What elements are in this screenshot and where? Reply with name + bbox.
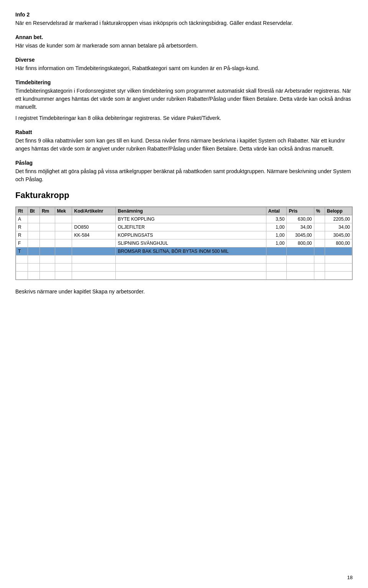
empty-cell <box>287 256 314 264</box>
col-rt: Rt <box>16 207 28 215</box>
cell-mek <box>55 215 72 223</box>
empty-cell <box>325 264 352 272</box>
info2-title: Info 2 <box>15 11 353 18</box>
table-row: TBROMSAR BAK SLITNA, BÖR BYTAS INOM 500 … <box>16 247 352 256</box>
diverse-body: Här finns information om Timdebiteringsk… <box>15 64 353 72</box>
footer-section: Beskrivs närmare under kapitlet Skapa ny… <box>15 288 353 296</box>
table-row: ABYTE KOPPLING3,50630,002205,00 <box>16 215 352 223</box>
cell-pris: 800,00 <box>287 239 314 247</box>
annan-bet-body: Här visas de kunder som är markerade som… <box>15 42 353 50</box>
empty-cell <box>16 272 28 280</box>
col-bt: Bt <box>28 207 39 215</box>
cell-rm <box>39 223 55 231</box>
cell-benamning: BROMSAR BAK SLITNA, BÖR BYTAS INOM 500 M… <box>116 247 266 256</box>
empty-cell <box>55 256 72 264</box>
paslag-title: Påslag <box>15 160 353 166</box>
cell-benamning: KOPPLINGSATS <box>116 231 266 239</box>
empty-cell <box>72 256 116 264</box>
cell-bt <box>28 239 39 247</box>
col-benamning: Benämning <box>116 207 266 215</box>
empty-cell <box>116 264 266 272</box>
cell-benamning: BYTE KOPPLING <box>116 215 266 223</box>
cell-belopp: 800,00 <box>325 239 352 247</box>
info2-body: När en Reservdelsrad är markerad i faktu… <box>15 19 353 27</box>
timdebitering-para2: I registret Timdebiteringar kan 8 olika … <box>15 114 353 122</box>
col-kod: Kod/Artikelnr <box>72 207 116 215</box>
paslag-body: Det finns möjlighet att göra påslag på v… <box>15 167 353 183</box>
empty-cell <box>314 256 325 264</box>
empty-cell <box>55 264 72 272</box>
cell-procent <box>314 247 325 256</box>
empty-cell <box>72 272 116 280</box>
paslag-section: Påslag Det finns möjlighet att göra påsl… <box>15 160 353 183</box>
footer-text: Beskrivs närmare under kapitlet Skapa ny… <box>15 288 353 296</box>
table-row: FSLIPNING SVÄNGHJUL1,00800,00800,00 <box>16 239 352 247</box>
cell-benamning: OLJEFILTER <box>116 223 266 231</box>
fakturakropp-title: Fakturakropp <box>15 190 353 200</box>
cell-mek <box>55 223 72 231</box>
empty-cell <box>325 256 352 264</box>
cell-belopp: 34,00 <box>325 223 352 231</box>
timdebitering-para1: Timdebiteringskategorin i Fordonsregistr… <box>15 87 353 111</box>
empty-cell <box>72 264 116 272</box>
empty-cell <box>16 264 28 272</box>
empty-cell <box>39 272 55 280</box>
cell-rt: R <box>16 223 28 231</box>
empty-cell <box>39 264 55 272</box>
empty-cell <box>266 256 287 264</box>
empty-cell <box>287 264 314 272</box>
page-number: 18 <box>347 575 353 580</box>
table-empty-row <box>16 256 352 264</box>
empty-cell <box>314 272 325 280</box>
cell-rm <box>39 215 55 223</box>
cell-procent <box>314 223 325 231</box>
col-procent: % <box>314 207 325 215</box>
table-empty-row <box>16 272 352 280</box>
diverse-title: Diverse <box>15 57 353 63</box>
fakturakropp-table: Rt Bt Rm Mek Kod/Artikelnr Benämning Ant… <box>16 207 352 280</box>
col-antal: Antal <box>266 207 287 215</box>
cell-mek <box>55 231 72 239</box>
rabatt-title: Rabatt <box>15 129 353 135</box>
cell-kod: DO850 <box>72 223 116 231</box>
cell-antal <box>266 247 287 256</box>
cell-kod <box>72 239 116 247</box>
col-rm: Rm <box>39 207 55 215</box>
cell-bt <box>28 231 39 239</box>
cell-procent <box>314 231 325 239</box>
empty-cell <box>266 264 287 272</box>
cell-procent <box>314 239 325 247</box>
col-belopp: Belopp <box>325 207 352 215</box>
empty-cell <box>116 272 266 280</box>
cell-procent <box>314 215 325 223</box>
table-header: Rt Bt Rm Mek Kod/Artikelnr Benämning Ant… <box>16 207 352 215</box>
cell-bt <box>28 247 39 256</box>
cell-kod: KK-584 <box>72 231 116 239</box>
cell-rt: R <box>16 231 28 239</box>
empty-cell <box>28 256 39 264</box>
cell-antal: 1,00 <box>266 223 287 231</box>
cell-pris <box>287 247 314 256</box>
cell-belopp <box>325 247 352 256</box>
table-empty-row <box>16 264 352 272</box>
cell-belopp: 2205,00 <box>325 215 352 223</box>
col-pris: Pris <box>287 207 314 215</box>
cell-mek <box>55 247 72 256</box>
empty-cell <box>266 272 287 280</box>
cell-belopp: 3045,00 <box>325 231 352 239</box>
empty-cell <box>116 256 266 264</box>
empty-cell <box>325 272 352 280</box>
cell-pris: 34,00 <box>287 223 314 231</box>
annan-bet-title: Annan bet. <box>15 34 353 40</box>
cell-rm <box>39 231 55 239</box>
cell-antal: 3,50 <box>266 215 287 223</box>
table-row: RDO850OLJEFILTER1,0034,0034,00 <box>16 223 352 231</box>
col-mek: Mek <box>55 207 72 215</box>
empty-cell <box>287 272 314 280</box>
empty-cell <box>28 264 39 272</box>
info2-section: Info 2 När en Reservdelsrad är markerad … <box>15 11 353 27</box>
cell-pris: 630,00 <box>287 215 314 223</box>
cell-benamning: SLIPNING SVÄNGHJUL <box>116 239 266 247</box>
fakturakropp-table-wrapper: Rt Bt Rm Mek Kod/Artikelnr Benämning Ant… <box>15 206 353 280</box>
fakturakropp-section: Fakturakropp Rt Bt Rm Mek Kod/Artikelnr … <box>15 190 353 280</box>
